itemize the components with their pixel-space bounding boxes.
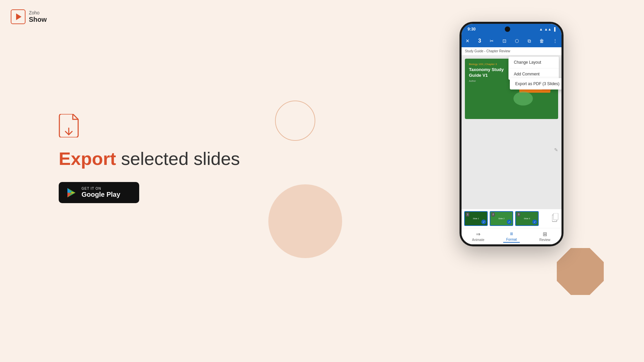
headline-rest: selected slides <box>116 148 240 169</box>
logo-icon <box>11 9 25 24</box>
svg-rect-12 <box>553 213 558 220</box>
nav-format[interactable]: ≡ Format <box>495 231 528 243</box>
thumbnail-1-num: 1 <box>466 213 469 217</box>
left-content: Export selected slides GET IT ON Google … <box>59 114 240 203</box>
format-label: Format <box>506 238 517 241</box>
review-icon: ⊞ <box>543 231 547 237</box>
logo-text: Zoho Show <box>29 10 47 23</box>
thumbnail-strip: Slide 1 1 ✓ Slide 2 2 ✓ Slide 3 3 <box>462 209 561 228</box>
close-icon[interactable]: ✕ <box>466 38 470 44</box>
phone-inner: 9:30 ▲ ▲▲ ▐ ✕ 3 ✂ ⊡ ⬡ ⧉ 🗑 ⋮ <box>462 24 561 244</box>
nav-review[interactable]: ⊞ Review <box>528 231 561 243</box>
phone-frame: 9:30 ▲ ▲▲ ▐ ✕ 3 ✂ ⊡ ⬡ ⧉ 🗑 ⋮ <box>460 22 564 246</box>
breadcrumb-text: Study Guide - Chapter Review <box>465 49 510 53</box>
phone-main-area: Change Layout Add Comment Export as PDF … <box>462 55 561 209</box>
google-play-logo-icon <box>66 187 77 198</box>
logo-play-icon <box>16 13 21 20</box>
thumbnail-2-num: 2 <box>491 213 495 217</box>
deco-circle-outline <box>275 101 315 141</box>
play-get-it-on: GET IT ON <box>82 187 120 190</box>
google-play-button[interactable]: GET IT ON Google Play <box>59 182 139 203</box>
phone-mockup: 9:30 ▲ ▲▲ ▐ ✕ 3 ✂ ⊡ ⬡ ⧉ 🗑 ⋮ <box>460 22 564 246</box>
copy-icon[interactable]: ⊡ <box>502 38 506 44</box>
delete-icon[interactable]: 🗑 <box>539 38 544 44</box>
toolbar: ✕ 3 ✂ ⊡ ⬡ ⧉ 🗑 ⋮ <box>462 35 561 47</box>
thumbnail-1-check: ✓ <box>481 220 486 224</box>
play-store-name: Google Play <box>82 190 120 198</box>
edit-icon: ✎ <box>554 147 558 153</box>
thumbnail-3[interactable]: Slide 3 3 ✓ <box>515 211 539 226</box>
thumbnail-3-check: ✓ <box>532 220 537 224</box>
animate-icon: ⇒ <box>476 231 480 237</box>
status-icons: ▲ ▲▲ ▐ <box>539 27 555 31</box>
toolbar-count: 3 <box>478 38 481 44</box>
battery-icon: ▐ <box>553 27 555 31</box>
paste-icon[interactable]: ⬡ <box>515 38 519 44</box>
bottom-nav: ⇒ Animate ≡ Format ⊞ Review <box>462 228 561 244</box>
review-label: Review <box>539 238 550 242</box>
duplicate-icon[interactable]: ⧉ <box>528 38 531 44</box>
export-pdf-popup[interactable]: Export as PDF (3 Slides) <box>510 78 561 89</box>
thumbnail-2-check: ✓ <box>507 220 512 224</box>
thumbnail-2[interactable]: Slide 2 2 ✓ <box>490 211 513 226</box>
cut-icon[interactable]: ✂ <box>490 38 494 44</box>
thumbnail-1[interactable]: Slide 1 1 ✓ <box>464 211 488 226</box>
context-menu-item-change-layout[interactable]: Change Layout <box>508 57 559 68</box>
status-bar: 9:30 ▲ ▲▲ ▐ <box>462 24 561 35</box>
svg-point-10 <box>514 92 533 106</box>
deco-circle-filled <box>268 184 342 258</box>
context-menu[interactable]: Change Layout Add Comment <box>508 57 559 80</box>
wifi-icon: ▲ <box>539 27 543 31</box>
thumbnail-3-num: 3 <box>517 213 520 217</box>
breadcrumb: Study Guide - Chapter Review <box>462 47 561 55</box>
animate-label: Animate <box>472 238 484 242</box>
file-export-icon <box>59 114 240 139</box>
deco-octagon <box>557 248 604 295</box>
nav-animate[interactable]: ⇒ Animate <box>462 231 495 243</box>
export-pdf-label: Export as PDF (3 Slides) <box>515 81 559 86</box>
slide-body-area: ✎ <box>462 122 561 156</box>
camera-notch <box>505 26 510 32</box>
status-time: 9:30 <box>468 27 476 32</box>
logo: Zoho Show <box>11 9 47 24</box>
logo-show: Show <box>29 16 47 23</box>
google-play-text: GET IT ON Google Play <box>82 187 120 198</box>
more-icon[interactable]: ⋮ <box>553 38 557 44</box>
logo-zoho: Zoho <box>29 10 47 15</box>
headline-accent: Export <box>59 148 116 169</box>
file-svg-icon <box>59 114 79 137</box>
format-underline <box>503 242 520 243</box>
thumbnail-arrow <box>552 213 559 224</box>
signal-icon: ▲▲ <box>544 27 551 31</box>
format-icon: ≡ <box>510 231 513 237</box>
headline: Export selected slides <box>59 149 240 169</box>
